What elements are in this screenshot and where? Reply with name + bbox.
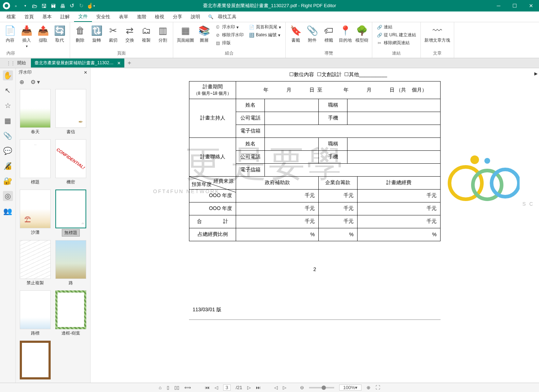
fullscreen-icon[interactable]: ⛶ <box>376 385 380 390</box>
maximize-button[interactable]: ☐ <box>507 0 523 11</box>
page-input[interactable]: 3 <box>223 384 231 391</box>
extract-button[interactable]: 📤擷取 <box>36 24 50 44</box>
watermark-panel-icon[interactable]: ◎ <box>3 191 13 201</box>
duplicate-button[interactable]: 🗂複製 <box>139 24 153 44</box>
last-page-icon[interactable]: ⏭ <box>256 385 261 390</box>
collapse-arrow-icon[interactable]: ▶ <box>534 71 538 76</box>
document-view[interactable]: 更是要學 硬 OFT4FUN NETWORK S C ☐數位內容 ☐文創設計 ☐… <box>91 68 539 383</box>
layer-button[interactable]: 📚圖層 <box>197 24 211 44</box>
app-logo[interactable] <box>2 1 11 10</box>
attach-button[interactable]: 📎附件 <box>305 24 319 44</box>
save-as-icon[interactable]: 🖬 <box>49 1 57 10</box>
menu-file[interactable]: 檔案 <box>2 12 20 22</box>
wm-thumb-leaf[interactable] <box>55 290 86 329</box>
layout-option[interactable]: ▤排版 <box>213 39 245 46</box>
wm-settings-icon[interactable]: ⚙ ▾ <box>31 79 40 85</box>
minimize-button[interactable]: ─ <box>490 0 507 11</box>
wm-thumb-sign[interactable] <box>20 290 51 329</box>
first-page-icon[interactable]: ⏮ <box>205 385 209 390</box>
menu-annotate[interactable]: 註解 <box>56 12 74 22</box>
rotate-button[interactable]: 🔃旋轉 <box>89 24 104 44</box>
menu-document[interactable]: 文件 <box>74 12 92 22</box>
delete-button[interactable]: 🗑刪除 <box>73 24 87 44</box>
qa-drop-icon[interactable]: ▾ <box>21 1 29 10</box>
next-page-icon[interactable]: ▷ <box>247 385 251 390</box>
zoom-out-icon[interactable]: ⊖ <box>300 385 304 390</box>
security-panel-icon[interactable]: 🔐 <box>3 176 13 186</box>
wm-thumb-star[interactable] <box>20 341 51 379</box>
insert-button[interactable]: 📥插入▾ <box>19 24 34 49</box>
wm-add-icon[interactable]: ⊕ <box>19 79 24 85</box>
print-icon[interactable]: 🖶 <box>58 1 67 10</box>
header-footer-option[interactable]: 📄頁首和頁尾 ▾ <box>247 24 282 31</box>
wm-thumb-nocopy[interactable] <box>20 240 51 279</box>
undo-icon[interactable]: ↺ <box>68 1 76 10</box>
open-icon[interactable]: 🗁 <box>30 1 39 10</box>
hand-tool-icon[interactable]: ✋ <box>3 70 13 80</box>
wm-thumb-letter[interactable] <box>55 89 86 128</box>
menu-security[interactable]: 安全性 <box>92 12 115 22</box>
comment-panel-icon[interactable]: 💬 <box>3 146 13 156</box>
save-icon[interactable]: 🖫 <box>40 1 48 10</box>
nav-forward-icon[interactable]: ▷ <box>283 385 286 390</box>
select-tool-icon[interactable]: ↖ <box>3 85 13 95</box>
remove-watermark-icon: ⊘ <box>215 32 221 38</box>
new-article-button[interactable]: 〰新增文章方塊 <box>424 24 451 44</box>
remove-link-option[interactable]: ✂移除網頁連結 <box>375 39 418 46</box>
zoom-in-icon[interactable]: ⊕ <box>367 385 370 390</box>
wm-thumb-title[interactable]: ‥ <box>20 139 51 178</box>
thumbnail-panel-icon[interactable]: ▦ <box>3 116 13 126</box>
wm-panel-close-icon[interactable]: ✕ <box>84 70 87 75</box>
share-panel-icon[interactable]: 👥 <box>3 206 13 216</box>
replace-button[interactable]: 🔄取代 <box>52 24 67 44</box>
crop-button[interactable]: ✂裁切 <box>106 24 120 44</box>
watermark-option[interactable]: ©浮水印 ▾ <box>213 24 245 31</box>
menu-advanced[interactable]: 進階 <box>133 12 151 22</box>
document-tabs: ⋮⋮ 開始 臺北市產業發展創業補助計畫書_113022... ✕ ＋ <box>0 58 539 68</box>
attachment-panel-icon[interactable]: 📎 <box>3 131 13 141</box>
zoom-slider[interactable] <box>309 387 334 388</box>
link-option[interactable]: 🔗連結 <box>375 24 418 31</box>
close-button[interactable]: ✕ <box>523 0 539 11</box>
prev-page-icon[interactable]: ◁ <box>215 385 218 390</box>
menu-home[interactable]: 首頁 <box>20 12 38 22</box>
destination-button[interactable]: 📍目的地 <box>338 24 353 44</box>
remove-watermark-option[interactable]: ⊘移除浮水印 <box>213 32 245 38</box>
bookmark-button[interactable]: 🔖書籤 <box>289 24 303 44</box>
wm-thumb-beach[interactable] <box>20 190 51 228</box>
menu-view[interactable]: 檢視 <box>151 12 169 22</box>
modeltree-button[interactable]: 🌳模型樹 <box>355 24 369 44</box>
tab-current-document[interactable]: 臺北市產業發展創業補助計畫書_113022... ✕ <box>31 59 124 67</box>
wm-thumb-untitled[interactable] <box>55 190 86 228</box>
menu-basic[interactable]: 基本 <box>38 12 56 22</box>
tab-home[interactable]: ⋮⋮ 開始 <box>1 59 31 67</box>
url-link-option[interactable]: 🔗從 URL 建立連結 <box>375 32 418 38</box>
wm-label-letter: 書信 <box>64 129 77 135</box>
redo-icon[interactable]: ↻ <box>77 1 86 10</box>
single-page-icon[interactable]: ▯ <box>167 385 169 390</box>
zoom-value[interactable]: 100% ▾ <box>339 384 361 391</box>
swap-button[interactable]: ⇄交換 <box>123 24 137 44</box>
menu-help[interactable]: 說明 <box>186 12 204 22</box>
content-button[interactable]: 📄內容 <box>3 24 17 44</box>
tool-search[interactable]: 🔍 尋找工具 <box>208 12 241 22</box>
fit-width-icon[interactable]: ⟺ <box>184 385 191 390</box>
tag-button[interactable]: 🏷標籤 <box>322 24 336 44</box>
nav-back-icon[interactable]: ◁ <box>274 385 278 390</box>
menu-share[interactable]: 分享 <box>169 12 186 22</box>
new-doc-icon[interactable]: ▫ <box>11 1 20 10</box>
stamp-panel-icon[interactable]: 🔏 <box>3 161 13 171</box>
continuous-icon[interactable]: ▯▯ <box>174 385 179 390</box>
thumbnail-button[interactable]: ▦頁面縮圖 <box>176 24 195 44</box>
split-button[interactable]: ▥分割 <box>156 24 170 44</box>
wm-thumb-spring[interactable] <box>20 89 51 128</box>
tab-close-icon[interactable]: ✕ <box>117 61 121 66</box>
wm-thumb-road[interactable] <box>55 240 86 279</box>
bookmark-panel-icon[interactable]: ☆ <box>3 101 13 111</box>
fit-page-icon[interactable]: ⌂ <box>159 385 162 390</box>
menu-form[interactable]: 表單 <box>115 12 133 22</box>
touch-mode-icon[interactable]: ☝▾ <box>86 1 95 10</box>
tab-add-button[interactable]: ＋ <box>124 59 134 67</box>
bates-option[interactable]: 🔢Bates 編號 ▾ <box>247 32 282 38</box>
wm-thumb-confidential[interactable]: CONFIDENTIAL! <box>55 139 86 178</box>
